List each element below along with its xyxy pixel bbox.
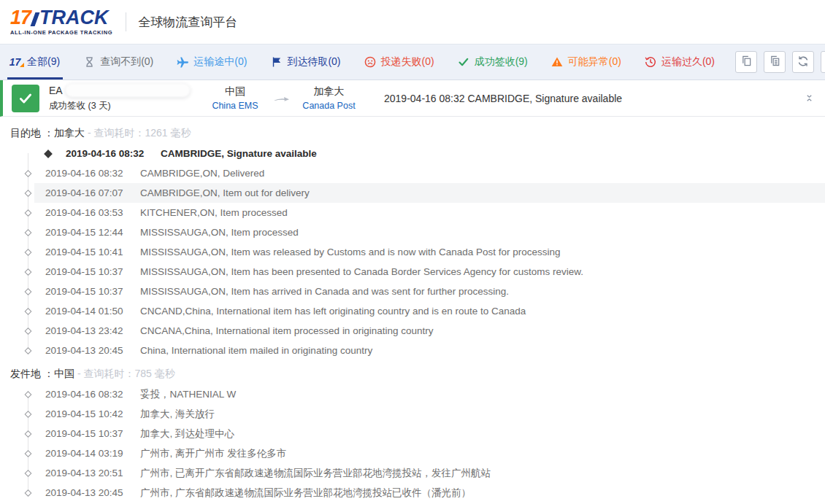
diamond-icon bbox=[25, 288, 32, 295]
tracking-event-row: 2019-04-15 10:41MISSISSAUGA,ON, Item was… bbox=[0, 242, 825, 262]
tab-not-found[interactable]: 查询不到(0) bbox=[80, 44, 156, 80]
event-description: CAMBRIDGE,ON, Delivered bbox=[140, 168, 264, 179]
tab-label: 投递失败(0) bbox=[381, 55, 434, 69]
warning-icon bbox=[551, 56, 564, 69]
collapse-row-icon[interactable] bbox=[805, 94, 813, 102]
tab-label: 到达待取(0) bbox=[287, 55, 340, 69]
event-time: 2019-04-16 08:32 bbox=[45, 389, 130, 400]
expand-all-button[interactable] bbox=[821, 51, 825, 73]
diamond-icon bbox=[25, 249, 32, 256]
plane-icon bbox=[177, 56, 189, 69]
event-time: 2019-04-15 12:44 bbox=[45, 227, 130, 238]
event-time: 2019-04-16 08:32 bbox=[66, 148, 150, 159]
tracking-section: 发件地 ：中国- 查询耗时：785 毫秒2019-04-16 08:32妥投，N… bbox=[0, 360, 825, 503]
section-header: 目的地 ：加拿大- 查询耗时：1261 毫秒 bbox=[0, 125, 825, 141]
event-time: 2019-04-14 01:50 bbox=[45, 306, 130, 317]
tab-delivery-failure[interactable]: 投递失败(0) bbox=[361, 44, 437, 80]
event-list: 2019-04-16 08:32妥投，NATHENIAL W2019-04-15… bbox=[0, 384, 825, 503]
package-summary-row[interactable]: EA 成功签收 (3 天) 中国 China EMS 加拿大 Canada Po… bbox=[0, 80, 825, 117]
event-description: CAMBRIDGE, Signature available bbox=[161, 148, 317, 159]
event-description: MISSISSAUGA,ON, Item has been presented … bbox=[140, 266, 583, 277]
origin-carrier-link[interactable]: China EMS bbox=[202, 101, 268, 111]
logo-17: 17 bbox=[10, 8, 31, 28]
clock-history-icon bbox=[645, 56, 657, 69]
logo-track: TRACK bbox=[39, 8, 109, 28]
latest-event-summary: 2019-04-16 08:32 CAMBRIDGE, Signature av… bbox=[384, 93, 622, 104]
tracking-event-row: 2019-04-13 20:45China, International ite… bbox=[0, 341, 825, 360]
tracking-event-row: 2019-04-13 20:45广州市, 广东省邮政速递物流国际业务营业部花地湾… bbox=[0, 483, 825, 503]
copy-all-button[interactable] bbox=[764, 51, 786, 73]
event-time: 2019-04-15 10:37 bbox=[45, 428, 130, 439]
diamond-icon bbox=[25, 327, 32, 335]
tracking-event-row: 2019-04-16 03:53KITCHENER,ON, Item proce… bbox=[0, 203, 825, 222]
tracking-event-row: 2019-04-16 08:32CAMBRIDGE,ON, Delivered bbox=[0, 163, 825, 183]
tab-label: 成功签收(9) bbox=[475, 55, 528, 69]
header-divider bbox=[126, 12, 126, 31]
package-route: 中国 China EMS 加拿大 Canada Post bbox=[202, 85, 364, 111]
diamond-icon bbox=[25, 470, 32, 477]
copy-doc-icon bbox=[770, 55, 780, 69]
tracking-event-row: 2019-04-15 10:37加拿大, 到达处理中心 bbox=[0, 424, 825, 443]
diamond-icon bbox=[25, 489, 32, 497]
frown-icon bbox=[364, 56, 377, 69]
tab-label: 全部(9) bbox=[27, 55, 60, 69]
tab-in-transit[interactable]: 运输途中(0) bbox=[174, 44, 250, 80]
tracking-number-blur-mask bbox=[66, 84, 190, 97]
event-description: CNCANA,China, International item process… bbox=[140, 325, 433, 336]
copy-icon bbox=[741, 55, 752, 69]
copy-button[interactable] bbox=[735, 51, 757, 73]
event-time: 2019-04-15 10:37 bbox=[45, 266, 130, 277]
flag-icon bbox=[270, 56, 283, 69]
route-arrow-icon bbox=[272, 95, 290, 102]
event-description: 广州市, 已离开广东省邮政速递物流国际业务营业部花地湾揽投站，发往广州航站 bbox=[140, 467, 491, 480]
tracking-event-row: 2019-04-16 08:32CAMBRIDGE, Signature ava… bbox=[20, 144, 825, 163]
section-header: 发件地 ：中国- 查询耗时：785 毫秒 bbox=[0, 365, 825, 381]
diamond-icon bbox=[25, 268, 32, 276]
site-header: 17TRACK ALL-IN-ONE PACKAGE TRACKING 全球物流… bbox=[0, 0, 825, 44]
tab-alert[interactable]: 可能异常(0) bbox=[548, 44, 624, 80]
tracking-event-row: 2019-04-14 03:19广州市, 离开广州市 发往多伦多市 bbox=[0, 443, 825, 463]
tracking-sections: 目的地 ：加拿大- 查询耗时：1261 毫秒2019-04-16 08:32CA… bbox=[0, 117, 825, 503]
tab-label: 查询不到(0) bbox=[100, 55, 153, 69]
event-time: 2019-04-16 07:07 bbox=[45, 187, 130, 198]
tracking-event-row: 2019-04-15 10:37MISSISSAUGA,ON, Item has… bbox=[0, 262, 825, 282]
logo-tagline: ALL-IN-ONE PACKAGE TRACKING bbox=[10, 30, 112, 36]
refresh-icon bbox=[797, 55, 809, 69]
event-description: MISSISSAUGA,ON, Item has arrived in Cana… bbox=[140, 286, 509, 297]
diamond-icon bbox=[25, 430, 32, 438]
event-description: 广州市, 广东省邮政速递物流国际业务营业部花地湾揽投站已收件（潘光前） bbox=[140, 486, 471, 500]
check-icon bbox=[458, 56, 470, 69]
package-status-check-icon[interactable] bbox=[12, 85, 39, 112]
event-time: 2019-04-14 03:19 bbox=[45, 448, 130, 459]
diamond-icon bbox=[25, 391, 32, 398]
diamond-icon bbox=[25, 209, 32, 217]
brand-17-icon: 17 bbox=[10, 56, 23, 69]
tab-label: 运输过久(0) bbox=[661, 55, 715, 69]
tab-all[interactable]: 17全部(9) bbox=[7, 44, 63, 80]
event-time: 2019-04-15 10:37 bbox=[45, 286, 130, 297]
event-description: 加拿大, 海关放行 bbox=[140, 408, 215, 421]
tab-delivered[interactable]: 成功签收(9) bbox=[455, 44, 531, 80]
tracking-event-row: 2019-04-16 08:32妥投，NATHENIAL W bbox=[0, 384, 825, 404]
diamond-icon bbox=[25, 411, 32, 418]
logo-wordmark: 17TRACK bbox=[10, 8, 112, 28]
destination-carrier-link[interactable]: Canada Post bbox=[294, 101, 364, 111]
event-time: 2019-04-13 20:45 bbox=[45, 487, 130, 498]
event-description: CNCAND,China, International item has lef… bbox=[140, 306, 526, 317]
destination-country: 加拿大 bbox=[294, 85, 364, 98]
destination-block: 加拿大 Canada Post bbox=[294, 85, 364, 111]
tracking-event-row: 2019-04-16 07:07CAMBRIDGE,ON, Item out f… bbox=[0, 183, 825, 203]
tracking-event-row: 2019-04-13 20:51广州市, 已离开广东省邮政速递物流国际业务营业部… bbox=[0, 463, 825, 483]
site-title: 全球物流查询平台 bbox=[138, 14, 237, 31]
tab-pick-up[interactable]: 到达待取(0) bbox=[267, 44, 343, 80]
refresh-button[interactable] bbox=[792, 51, 814, 73]
diamond-icon bbox=[25, 190, 32, 197]
event-description: MISSISSAUGA,ON, Item was released by Cus… bbox=[140, 247, 561, 257]
event-time: 2019-04-16 08:32 bbox=[45, 168, 130, 179]
tab-expired[interactable]: 运输过久(0) bbox=[642, 44, 718, 80]
event-list: 2019-04-16 08:32CAMBRIDGE, Signature ava… bbox=[0, 144, 825, 360]
diamond-icon bbox=[25, 229, 32, 236]
event-description: China, International item mailed in orig… bbox=[140, 345, 372, 356]
hourglass-icon bbox=[83, 56, 96, 69]
site-logo[interactable]: 17TRACK ALL-IN-ONE PACKAGE TRACKING bbox=[10, 8, 112, 36]
